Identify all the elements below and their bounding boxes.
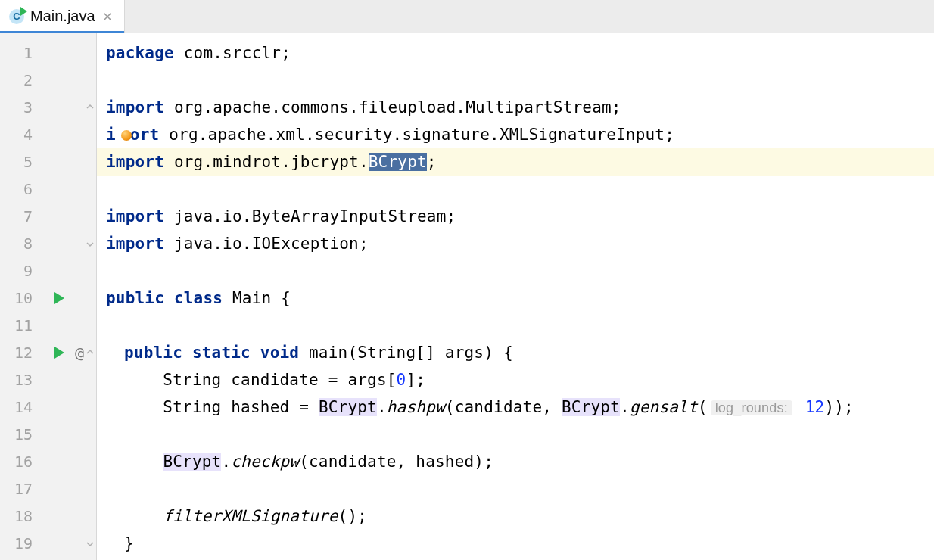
code-line: String hashed = BCrypt.hashpw(candidate,… <box>124 398 854 416</box>
line-number: 6 <box>23 180 33 198</box>
code-line: iort org.apache.xml.security.signature.X… <box>106 126 674 144</box>
line-number: 1 <box>23 44 33 62</box>
code-line: public class Main { <box>106 289 291 307</box>
line-number: 2 <box>23 71 33 89</box>
line-number: 18 <box>14 507 33 525</box>
selection: BCrypt <box>369 153 427 171</box>
run-gutter-icon[interactable] <box>54 347 64 359</box>
override-icon[interactable]: @ <box>75 344 84 362</box>
line-number: 3 <box>23 98 33 117</box>
line-number: 15 <box>14 425 33 443</box>
fold-toggle-icon[interactable] <box>86 103 95 112</box>
fold-toggle-icon[interactable] <box>86 539 95 548</box>
gutter: 1 2 3 4 5 6 7 8 9 10 11 12 @ <box>0 33 97 560</box>
code-line: BCrypt.checkpw(candidate, hashed); <box>124 453 493 471</box>
line-number: 5 <box>23 153 33 171</box>
tab-title: Main.java <box>30 8 95 25</box>
warning-dot-icon[interactable] <box>121 130 132 141</box>
line-number: 10 <box>14 289 33 307</box>
code-line: import java.io.IOException; <box>106 235 369 253</box>
editor[interactable]: 1 2 3 4 5 6 7 8 9 10 11 12 @ <box>0 33 934 560</box>
tab-main-java[interactable]: C Main.java <box>0 0 125 33</box>
line-number: 11 <box>14 316 33 334</box>
code-line: package com.srcclr; <box>106 44 291 62</box>
line-number: 13 <box>14 371 33 389</box>
close-icon[interactable] <box>101 11 114 23</box>
line-number: 8 <box>23 235 33 253</box>
line-number: 14 <box>14 398 33 416</box>
parameter-hint: log_rounds: <box>711 400 792 415</box>
code-line: String candidate = args[0]; <box>124 371 425 389</box>
line-number: 19 <box>14 534 33 552</box>
code-line: filterXMLSignature(); <box>124 507 367 525</box>
run-gutter-icon[interactable] <box>54 292 64 304</box>
code-line: public static void main(String[] args) { <box>124 344 513 362</box>
line-number: 12 <box>14 344 33 362</box>
line-number: 7 <box>23 207 33 226</box>
fold-toggle-icon[interactable] <box>86 239 95 248</box>
code-line: import org.apache.commons.fileupload.Mul… <box>106 98 621 117</box>
tab-bar: C Main.java <box>0 0 934 33</box>
code-area[interactable]: package com.srcclr; import org.apache.co… <box>97 33 934 560</box>
code-line: import org.mindrot.jbcrypt.BCrypt; <box>106 153 437 171</box>
line-number: 4 <box>23 126 33 144</box>
fold-toggle-icon[interactable] <box>86 348 95 357</box>
line-number: 9 <box>23 262 33 280</box>
code-line: import java.io.ByteArrayInputStream; <box>106 207 456 226</box>
java-class-run-icon: C <box>9 9 24 24</box>
line-number: 17 <box>14 480 33 498</box>
code-line: } <box>124 534 134 552</box>
line-number: 16 <box>14 453 33 471</box>
